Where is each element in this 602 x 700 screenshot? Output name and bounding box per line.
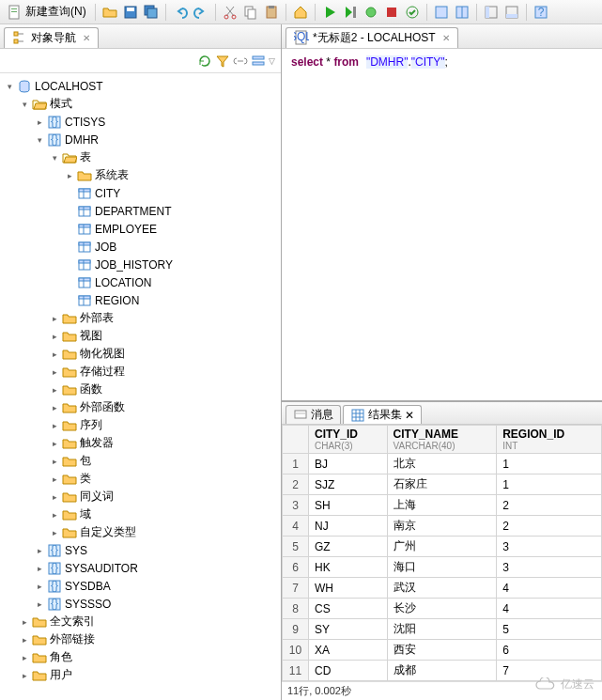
menu-icon[interactable]: ▽ [269,56,275,66]
tree-table-location[interactable]: LOCATION [0,273,281,291]
expand-icon[interactable]: ▸ [34,563,45,574]
grid2-icon[interactable] [453,3,471,22]
cell[interactable]: CS [309,599,388,619]
undo-icon[interactable] [171,3,190,22]
expand-icon[interactable]: ▸ [49,474,60,485]
tree-folder[interactable]: ▸域 [0,506,281,523]
expand-icon[interactable] [64,277,75,288]
editor-tab[interactable]: SQL *无标题2 - LOCALHOST ✕ [286,27,458,48]
tree-table-job[interactable]: JOB [0,238,281,256]
expand-icon[interactable]: ▸ [49,402,60,413]
tree-folder[interactable]: ▸物化视图 [0,345,281,363]
table-row[interactable]: 8CS长沙4 [283,599,602,619]
cell[interactable]: 长沙 [387,599,497,619]
expand-icon[interactable]: ▾ [19,99,30,110]
sql-editor[interactable]: select * from "DMHR"."CITY"; [282,49,602,401]
tree-folder[interactable]: ▸外部函数 [0,398,281,416]
column-header[interactable]: CITY_NAMEVARCHAR(40) [387,426,497,454]
table-row[interactable]: 5GZ广州3 [283,537,602,557]
cell[interactable]: 1 [497,454,602,474]
redo-icon[interactable] [192,3,210,22]
expand-icon[interactable]: ▾ [34,134,45,146]
tree-folder[interactable]: ▸存储过程 [0,363,281,381]
cell[interactable]: 1 [497,474,602,495]
results-grid[interactable]: CITY_IDCHAR(3)CITY_NAMEVARCHAR(40)REGION… [282,425,602,681]
tree-schema-dmhr[interactable]: ▾{}DMHR [0,131,281,148]
tree-table-job_history[interactable]: JOB_HISTORY [0,256,281,273]
table-row[interactable]: 1BJ北京1 [283,454,602,474]
layout2-icon[interactable] [502,3,521,22]
expand-icon[interactable] [64,224,75,235]
tree-tables-folder[interactable]: ▾表 [0,148,281,166]
expand-icon[interactable]: ▸ [49,349,60,360]
expand-icon[interactable]: ▸ [34,545,45,556]
cell[interactable]: BJ [309,454,388,474]
table-row[interactable]: 6HK海口3 [283,557,602,578]
cell[interactable]: 2 [497,516,602,537]
close-icon[interactable]: ✕ [83,33,90,43]
table-row[interactable]: 7WH武汉4 [283,578,602,599]
cell[interactable]: 石家庄 [387,474,497,495]
tree-folder[interactable]: ▸用户 [0,666,281,684]
open-icon[interactable] [100,3,119,22]
commit-icon[interactable] [403,3,422,22]
paste-icon[interactable] [262,3,281,22]
tree-folder[interactable]: ▸序列 [0,416,281,434]
table-row[interactable]: 10XA西安6 [283,640,602,661]
tree-folder[interactable]: ▸外部表 [0,309,281,327]
tree-folder[interactable]: ▸视图 [0,327,281,345]
debug-icon[interactable] [362,3,380,22]
tree-schema-folder[interactable]: ▾模式 [0,95,281,113]
tree-folder[interactable]: ▸触发器 [0,434,281,452]
layout1-icon[interactable] [482,3,501,22]
expand-icon[interactable]: ▸ [49,366,60,378]
expand-icon[interactable] [64,206,75,217]
expand-icon[interactable]: ▾ [49,152,60,163]
table-row[interactable]: 2SJZ石家庄1 [283,474,602,495]
cell[interactable]: XA [309,640,388,661]
expand-icon[interactable]: ▸ [34,581,45,592]
tree-schema[interactable]: ▸{}SYSSSO [0,595,281,613]
cell[interactable]: SH [309,495,388,516]
expand-icon[interactable] [64,295,75,306]
tree-table-department[interactable]: DEPARTMENT [0,202,281,220]
cell[interactable]: 6 [497,640,602,661]
tree-table-city[interactable]: CITY [0,184,281,202]
expand-icon[interactable]: ▸ [49,438,60,449]
cell[interactable]: 北京 [387,454,497,474]
expand-icon[interactable]: ▸ [49,527,60,538]
cell[interactable]: HK [309,557,388,578]
table-row[interactable]: 4NJ南京2 [283,516,602,537]
tree-schema[interactable]: ▸{}SYSDBA [0,577,281,595]
messages-tab[interactable]: 消息 [286,405,341,424]
expand-icon[interactable]: ▸ [49,313,60,324]
cell[interactable]: 南京 [387,516,497,537]
results-tab[interactable]: 结果集 ✕ [343,405,422,424]
cut-icon[interactable] [221,3,239,22]
tree-folder[interactable]: ▸外部链接 [0,630,281,648]
cell[interactable]: 武汉 [387,578,497,599]
cell[interactable]: WH [309,578,388,599]
table-row[interactable]: 9SY沈阳5 [283,619,602,640]
cell[interactable]: 广州 [387,537,497,557]
tree-folder[interactable]: ▸自定义类型 [0,523,281,541]
expand-icon[interactable]: ▸ [19,616,30,628]
collapse-icon[interactable] [251,54,266,69]
column-header[interactable]: REGION_IDINT [497,426,602,454]
tree-folder[interactable]: ▸角色 [0,648,281,666]
copy-icon[interactable] [241,3,260,22]
link-icon[interactable] [233,54,248,69]
cell[interactable]: CD [309,661,388,681]
expand-icon[interactable]: ▸ [19,670,30,681]
expand-icon[interactable]: ▸ [49,509,60,521]
cell[interactable]: NJ [309,516,388,537]
expand-icon[interactable]: ▸ [49,456,60,467]
expand-icon[interactable] [64,188,75,199]
tree-systables[interactable]: ▸系统表 [0,166,281,184]
cell[interactable]: 4 [497,578,602,599]
close-icon[interactable]: ✕ [442,33,450,43]
cell[interactable]: 沈阳 [387,619,497,640]
expand-icon[interactable]: ▸ [34,117,45,128]
tree-schema[interactable]: ▸{}SYS [0,541,281,559]
tree-folder[interactable]: ▸函数 [0,381,281,398]
